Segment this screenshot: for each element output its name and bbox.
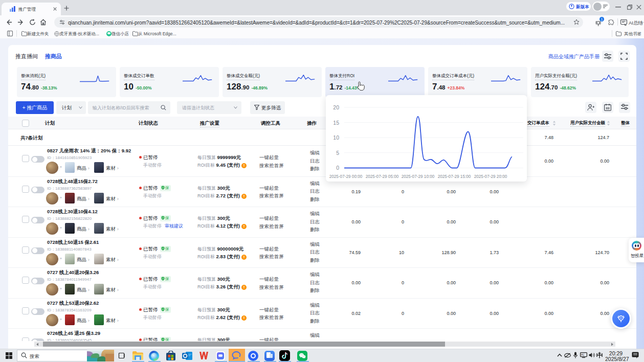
svg-text:5: 5 — [336, 150, 339, 156]
svg-text:2025-07-29 05:00: 2025-07-29 05:00 — [366, 174, 399, 179]
svg-text:20: 20 — [333, 104, 339, 110]
svg-text:0: 0 — [336, 165, 339, 171]
svg-text:15: 15 — [333, 120, 339, 126]
svg-text:2025-07-29 20:00: 2025-07-29 20:00 — [474, 174, 507, 179]
svg-text:2025-07-29 00:00: 2025-07-29 00:00 — [329, 174, 363, 179]
svg-text:2025-07-29 15:00: 2025-07-29 15:00 — [438, 174, 471, 179]
svg-text:2025-07-29 10:00: 2025-07-29 10:00 — [402, 174, 435, 179]
svg-text:10: 10 — [333, 134, 339, 141]
svg-text:PC: PC — [581, 354, 585, 356]
